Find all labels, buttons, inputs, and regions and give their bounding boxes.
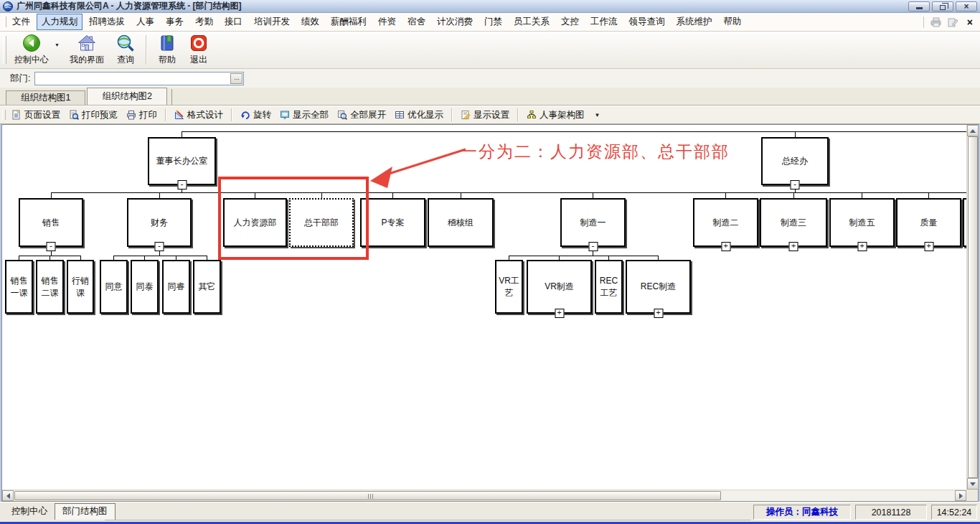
expander-toggle[interactable]: + bbox=[654, 309, 663, 318]
org-node-label: 财务 bbox=[150, 217, 169, 228]
org-node-marketing-sec[interactable]: 行销课 bbox=[67, 260, 94, 314]
chart-toolbar-button-print[interactable]: 打印 bbox=[122, 108, 161, 123]
scroll-left-button[interactable] bbox=[2, 490, 14, 501]
org-node-audit-group[interactable]: 稽核组 bbox=[428, 198, 494, 247]
expander-toggle[interactable]: - bbox=[155, 242, 164, 251]
menu-item-help[interactable]: 帮助 bbox=[719, 14, 747, 30]
menu-item-doc-control[interactable]: 文控 bbox=[556, 14, 584, 30]
department-input[interactable] bbox=[35, 72, 243, 85]
menu-item-leader-query[interactable]: 领导查询 bbox=[624, 14, 670, 30]
toolbar-button-exit[interactable]: 退出 bbox=[183, 32, 215, 68]
vertical-scrollbar[interactable] bbox=[966, 125, 978, 490]
status-operator: 操作员：同鑫科技 bbox=[753, 505, 851, 520]
department-browse-button[interactable]: ... bbox=[230, 73, 242, 84]
org-node-vr-mfg[interactable]: VR制造+ bbox=[527, 260, 592, 314]
scroll-right-button[interactable] bbox=[955, 490, 966, 501]
menu-item-compensation[interactable]: 薪酬福利 bbox=[326, 14, 372, 30]
org-node-other[interactable]: 其它 bbox=[193, 260, 221, 314]
mdi-close-icon[interactable]: × bbox=[964, 17, 976, 28]
menu-item-file[interactable]: 文件 bbox=[7, 14, 35, 30]
chart-toolbar-button-print-preview[interactable]: 打印预览 bbox=[65, 108, 122, 123]
org-node-p-project[interactable]: P专案 bbox=[360, 198, 425, 247]
scroll-up-button[interactable] bbox=[967, 125, 979, 136]
menu-item-hr-planning[interactable]: 人力规划 bbox=[37, 14, 83, 30]
main-toolbar: 控制中心▼我的界面查询帮助退出 bbox=[0, 32, 980, 69]
menu-item-performance[interactable]: 绩效 bbox=[296, 14, 324, 30]
expander-toggle[interactable]: - bbox=[177, 180, 187, 190]
toolbar-button-control-center[interactable]: 控制中心 bbox=[9, 32, 55, 68]
menu-item-personnel[interactable]: 人事 bbox=[131, 14, 159, 30]
org-node-tongyi[interactable]: 同意 bbox=[100, 260, 128, 314]
chart-toolbar-button-expand-all[interactable]: 全部展开 bbox=[333, 108, 390, 123]
horizontal-scrollbar[interactable] bbox=[2, 490, 966, 501]
expander-toggle[interactable]: + bbox=[789, 242, 798, 251]
bottom-tab-dept-structure-chart[interactable]: 部门结构图 bbox=[55, 503, 116, 520]
org-node-tongrui[interactable]: 同睿 bbox=[162, 260, 190, 314]
expander-toggle[interactable]: - bbox=[791, 180, 800, 190]
hr-structure-chart-dropdown-caret[interactable]: ▼ bbox=[595, 112, 600, 118]
menu-item-interface[interactable]: 接口 bbox=[220, 14, 248, 30]
menu-item-access-control[interactable]: 门禁 bbox=[479, 14, 507, 30]
print-report-icon[interactable] bbox=[930, 17, 942, 27]
expander-toggle[interactable]: + bbox=[555, 309, 564, 318]
chart-toolbar-button-hr-structure-chart[interactable]: 人事架构图▼ bbox=[522, 108, 604, 123]
org-node-label: 同意 bbox=[105, 281, 123, 292]
org-node-vr-process[interactable]: VR工艺 bbox=[495, 260, 523, 314]
menu-item-dormitory[interactable]: 宿舍 bbox=[402, 14, 430, 30]
toolbar-button-help[interactable]: 帮助 bbox=[151, 32, 183, 68]
minimize-button[interactable] bbox=[908, 1, 930, 11]
expander-toggle[interactable]: - bbox=[47, 242, 56, 251]
org-node-mfg-1[interactable]: 制造一- bbox=[560, 198, 626, 247]
org-node-gm-office[interactable]: 总经办- bbox=[761, 137, 829, 185]
menu-item-metered-consumption[interactable]: 计次消费 bbox=[432, 14, 478, 30]
expander-toggle[interactable]: + bbox=[857, 242, 867, 251]
menu-item-attendance[interactable]: 考勤 bbox=[190, 14, 218, 30]
org-node-rec-mfg[interactable]: REC制造+ bbox=[626, 260, 691, 314]
org-node-mfg-3[interactable]: 制造三+ bbox=[760, 198, 827, 247]
chart-toolbar-button-rotate[interactable]: 旋转 bbox=[236, 108, 275, 123]
close-button[interactable]: × bbox=[956, 1, 977, 11]
scroll-down-button[interactable] bbox=[967, 478, 979, 490]
chart-toolbar-button-format-design[interactable]: 格式设计 bbox=[170, 108, 227, 123]
menu-item-affairs[interactable]: 事务 bbox=[161, 14, 189, 30]
org-node-quality[interactable]: 质量+ bbox=[896, 198, 961, 247]
org-node-clipped-node[interactable] bbox=[963, 198, 966, 247]
org-node-rec-process[interactable]: REC工艺 bbox=[595, 260, 623, 314]
menu-item-piece-wage[interactable]: 件资 bbox=[373, 14, 401, 30]
chart-toolbar-button-display-settings[interactable]: 显示设置 bbox=[456, 108, 514, 123]
chart-toolbar-button-optimize-display[interactable]: 优化显示 bbox=[390, 108, 448, 123]
menu-item-workflow[interactable]: 工作流 bbox=[585, 14, 623, 30]
expander-toggle[interactable]: + bbox=[924, 242, 933, 251]
doc-tab-divider bbox=[171, 89, 172, 105]
org-node-mfg-5[interactable]: 制造五+ bbox=[829, 198, 895, 247]
org-node-chairman-office[interactable]: 董事长办公室- bbox=[148, 137, 216, 185]
org-node-tongtai[interactable]: 同泰 bbox=[131, 260, 159, 314]
tab-org-chart-2[interactable]: 组织结构图2 bbox=[87, 88, 166, 105]
annotation-text: 一分为二：人力资源部、总干部部 bbox=[461, 141, 730, 163]
org-node-mfg-2[interactable]: 制造二+ bbox=[693, 198, 758, 247]
chart-toolbar-button-page-setup[interactable]: 页面设置 bbox=[7, 108, 65, 123]
menu-item-training[interactable]: 培训开发 bbox=[249, 14, 295, 30]
window-controls: × bbox=[908, 1, 977, 11]
toolbar-button-query[interactable]: 查询 bbox=[110, 32, 141, 68]
tab-org-chart-1[interactable]: 组织结构图1 bbox=[6, 90, 85, 105]
menu-item-employee-relations[interactable]: 员工关系 bbox=[509, 14, 555, 30]
control-center-dropdown-caret[interactable]: ▼ bbox=[55, 42, 64, 57]
org-node-finance[interactable]: 财务- bbox=[127, 198, 192, 247]
edit-record-icon[interactable] bbox=[948, 17, 958, 27]
chart-toolbar-button-show-all[interactable]: 显示全部 bbox=[275, 108, 333, 123]
expander-toggle[interactable]: + bbox=[721, 242, 730, 251]
connector-line bbox=[182, 131, 966, 132]
annotation-rectangle bbox=[218, 177, 369, 260]
horizontal-scroll-thumb[interactable] bbox=[14, 491, 721, 500]
org-node-sales-sec-2[interactable]: 销售二课 bbox=[36, 260, 64, 314]
org-node-sales-sec-1[interactable]: 销售一课 bbox=[5, 260, 33, 314]
menu-item-system-maintenance[interactable]: 系统维护 bbox=[672, 14, 717, 30]
restore-button[interactable] bbox=[932, 1, 953, 11]
toolbar-button-my-interface[interactable]: 我的界面 bbox=[64, 32, 110, 68]
vertical-scroll-thumb[interactable] bbox=[968, 136, 978, 478]
bottom-tab-control-center[interactable]: 控制中心 bbox=[4, 504, 55, 520]
expander-toggle[interactable]: - bbox=[588, 242, 598, 251]
org-node-sales[interactable]: 销售- bbox=[19, 198, 83, 247]
menu-item-recruitment[interactable]: 招聘选拔 bbox=[84, 14, 130, 30]
